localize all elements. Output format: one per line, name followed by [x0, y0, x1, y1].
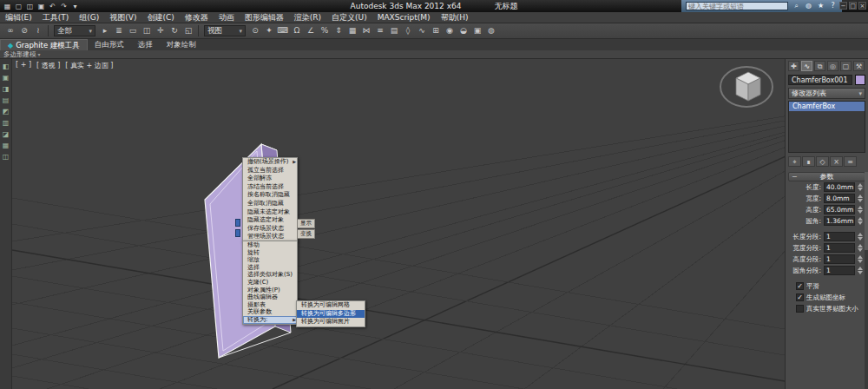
remove-modifier-icon[interactable]: ×: [830, 156, 843, 167]
menu-item[interactable]: 修改器: [180, 12, 214, 23]
schematic-view-icon[interactable]: ⊞: [429, 24, 443, 37]
menu-item[interactable]: 工具(T): [37, 12, 75, 23]
quad-menu-item[interactable]: 按名称取消隐藏: [243, 191, 297, 200]
quad-menu-item[interactable]: 缩放: [243, 256, 297, 264]
submenu-item[interactable]: 转换为可编辑网格: [297, 301, 365, 310]
checkbox[interactable]: [796, 305, 804, 313]
align-icon[interactable]: ≡: [373, 24, 387, 37]
param-input[interactable]: 1: [824, 232, 855, 241]
material-editor-icon[interactable]: ◉: [443, 24, 457, 37]
close-button[interactable]: ×: [858, 2, 866, 10]
viewport-general-menu[interactable]: [ + ]: [16, 61, 31, 70]
quad-menu-item[interactable]: 转换为: ▶: [243, 316, 297, 324]
quad-menu-item[interactable]: 撤销(场景操作) ▶: [243, 158, 297, 167]
panel-scrollbar[interactable]: [865, 172, 868, 389]
bind-to-space-warp-icon[interactable]: ≀: [31, 24, 45, 37]
keyboard-override-icon[interactable]: ⌨: [276, 24, 290, 37]
param-input[interactable]: 40.0mm: [824, 182, 855, 192]
param-input[interactable]: 1.36mm: [824, 216, 855, 226]
checkbox[interactable]: [796, 293, 804, 301]
quad-menu-item[interactable]: 隐藏未选定对象: [243, 208, 297, 217]
menu-item[interactable]: 动画: [214, 12, 240, 23]
quad-menu-item[interactable]: 冻结当前选择: [243, 183, 297, 192]
quad-menu-item[interactable]: 全部解冻: [243, 175, 297, 183]
restore-button[interactable]: □: [849, 2, 857, 10]
quad-menu-item[interactable]: 隐藏选定对象: [243, 216, 297, 225]
left-tool-2-icon[interactable]: ▣: [2, 74, 10, 82]
param-input[interactable]: 1: [824, 266, 855, 275]
undo-icon[interactable]: ↶: [48, 2, 57, 11]
quad-menu-item[interactable]: 孤立当前选择: [243, 167, 297, 175]
ribbon-tab[interactable]: 选择: [131, 39, 160, 50]
left-tool-6-icon[interactable]: ▥: [2, 119, 10, 128]
param-input[interactable]: 1: [824, 243, 855, 253]
snap-toggle-3d-icon[interactable]: Ω: [290, 24, 304, 37]
spinner-control[interactable]: [856, 216, 864, 226]
minimize-button[interactable]: −: [839, 2, 847, 10]
perspective-viewport[interactable]: [ + ] [ 透视 ] [ 真实 + 边面 ] 撤销(场景操作) ▶ 孤立当前…: [12, 59, 785, 389]
menu-item[interactable]: MAXScript(M): [372, 12, 436, 23]
rectangular-selection-icon[interactable]: ▭: [126, 24, 140, 37]
quad-menu-item[interactable]: 移动: [243, 241, 297, 249]
left-tool-5-icon[interactable]: ◩: [2, 108, 10, 116]
checkbox[interactable]: [796, 282, 804, 290]
show-end-result-icon[interactable]: ∎: [802, 156, 815, 167]
left-tool-9-icon[interactable]: ◫: [2, 153, 10, 162]
graphite-toggle-icon[interactable]: ◊: [401, 24, 415, 37]
quad-menu-item[interactable]: 克隆(C): [243, 279, 297, 287]
quad-menu-item[interactable]: 全部取消隐藏: [243, 200, 297, 208]
spinner-control[interactable]: [856, 232, 864, 241]
menu-item[interactable]: 帮助(H): [436, 12, 474, 23]
quad-menu-item[interactable]: 摄影表: [243, 301, 297, 309]
curve-editor-icon[interactable]: ∿: [415, 24, 429, 37]
object-color-swatch[interactable]: [855, 75, 865, 85]
select-by-name-icon[interactable]: ≣: [112, 24, 126, 37]
favorites-icon[interactable]: ★: [816, 0, 825, 12]
selection-filter-dropdown[interactable]: 全部: [54, 25, 95, 36]
reference-coordinate-dropdown[interactable]: 视图: [204, 25, 246, 36]
select-object-icon[interactable]: ▸: [98, 24, 112, 37]
window-crossing-icon[interactable]: ◫: [140, 24, 154, 37]
workspace-dropdown-icon[interactable]: ▾: [70, 2, 80, 11]
named-selection-sets-icon[interactable]: ▦: [345, 24, 359, 37]
render-setup-icon[interactable]: ◒: [457, 24, 470, 37]
tab-hierarchy[interactable]: ⧉: [814, 61, 825, 71]
tab-modify[interactable]: ∿: [801, 61, 812, 71]
tab-display[interactable]: ▢: [840, 61, 852, 71]
submenu-item[interactable]: 转换为可编辑面片: [297, 318, 365, 326]
left-tool-3-icon[interactable]: ◨: [2, 85, 10, 94]
spinner-control[interactable]: [856, 194, 864, 203]
left-tool-1-icon[interactable]: ◧: [2, 63, 10, 71]
search-go-icon[interactable]: ⌕: [792, 0, 801, 12]
submenu-item[interactable]: 转换为可编辑多边形: [297, 310, 365, 319]
pin-stack-icon[interactable]: ⌖: [788, 156, 801, 167]
unlink-selection-icon[interactable]: ⊘: [17, 24, 31, 37]
quad-menu-item[interactable]: 旋转: [243, 249, 297, 257]
param-input[interactable]: 65.0mm: [824, 205, 855, 214]
make-unique-icon[interactable]: ◇: [816, 156, 829, 167]
param-input[interactable]: 8.0mm: [824, 194, 855, 203]
tab-utilities[interactable]: ⚒: [853, 61, 865, 71]
spinner-snap-icon[interactable]: ⇕: [332, 24, 345, 37]
left-tool-7-icon[interactable]: ◪: [2, 130, 10, 139]
render-production-icon[interactable]: ◍: [484, 24, 498, 37]
select-and-move-icon[interactable]: ✛: [154, 24, 168, 37]
ribbon-tab[interactable]: 自由形式: [88, 39, 131, 50]
param-input[interactable]: 1: [824, 254, 855, 264]
ribbon-tab[interactable]: 对象绘制: [160, 39, 203, 50]
viewport-shading-menu[interactable]: [ 真实 + 边面 ]: [65, 61, 113, 70]
spinner-control[interactable]: [856, 182, 864, 192]
select-and-rotate-icon[interactable]: ↻: [168, 24, 181, 37]
spinner-control[interactable]: [856, 205, 864, 214]
quad-menu-item[interactable]: 对象属性(P): [243, 287, 297, 294]
tab-create[interactable]: ✚: [788, 61, 799, 71]
menu-item[interactable]: 组(G): [74, 12, 104, 23]
quad-menu-item[interactable]: 关联参数: [243, 308, 297, 316]
redo-icon[interactable]: ↷: [59, 2, 69, 11]
ribbon-panel-polymodeling[interactable]: 多边形建模: [0, 50, 40, 59]
select-and-manipulate-icon[interactable]: ✦: [262, 24, 276, 37]
spinner-control[interactable]: [856, 243, 864, 253]
angle-snap-icon[interactable]: ∠: [304, 24, 318, 37]
communication-center-icon[interactable]: ◍: [804, 0, 813, 12]
menu-item[interactable]: 视图(V): [104, 12, 141, 23]
